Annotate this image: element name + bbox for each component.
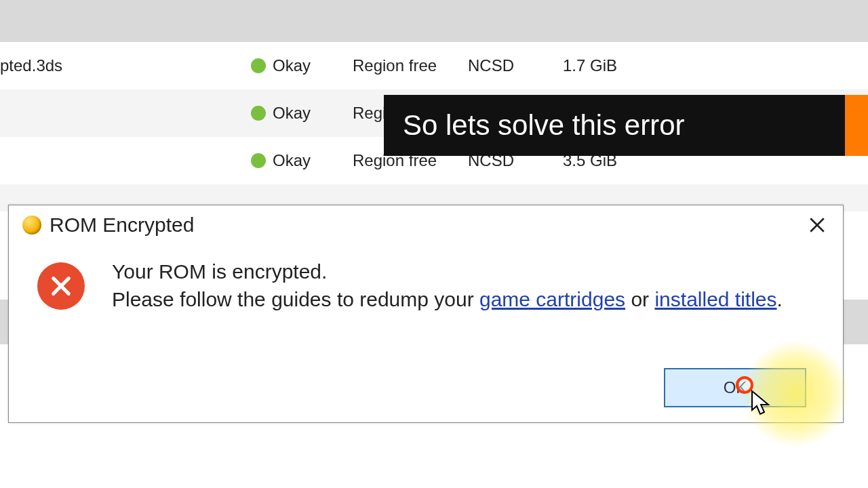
app-icon xyxy=(22,216,41,235)
link-installed-titles[interactable]: installed titles xyxy=(654,288,776,310)
file-name: pted.3ds xyxy=(0,56,237,75)
status-indicator-icon xyxy=(251,106,266,121)
video-caption: So lets solve this error xyxy=(384,95,868,156)
dialog-titlebar[interactable]: ROM Encrypted xyxy=(9,205,843,245)
status-indicator-icon xyxy=(251,153,266,168)
format-text: NCSD xyxy=(468,56,514,75)
table-row[interactable]: pted.3ds Okay Region free NCSD 1.7 GiB xyxy=(0,42,868,89)
link-game-cartridges[interactable]: game cartridges xyxy=(479,288,625,310)
caption-accent xyxy=(845,95,868,156)
ok-button-label: OK xyxy=(724,378,747,397)
dialog-message: Your ROM is encrypted. Please follow the… xyxy=(112,258,783,313)
dialog-title: ROM Encrypted xyxy=(50,214,802,237)
size-text: 1.7 GiB xyxy=(563,56,617,75)
message-line1: Your ROM is encrypted. xyxy=(112,258,783,286)
caption-text: So lets solve this error xyxy=(403,109,685,142)
ok-button[interactable]: OK xyxy=(664,368,806,407)
close-icon xyxy=(808,216,826,234)
close-button[interactable] xyxy=(802,210,832,240)
status-text: Okay xyxy=(273,104,311,123)
message-line2: Please follow the guides to redump your … xyxy=(112,286,783,314)
status-indicator-icon xyxy=(251,58,266,73)
error-icon xyxy=(37,262,85,310)
status-text: Okay xyxy=(273,56,311,75)
error-dialog: ROM Encrypted Your ROM is encrypted. Ple… xyxy=(8,205,844,423)
status-text: Okay xyxy=(273,151,311,170)
region-text: Region free xyxy=(353,56,437,75)
